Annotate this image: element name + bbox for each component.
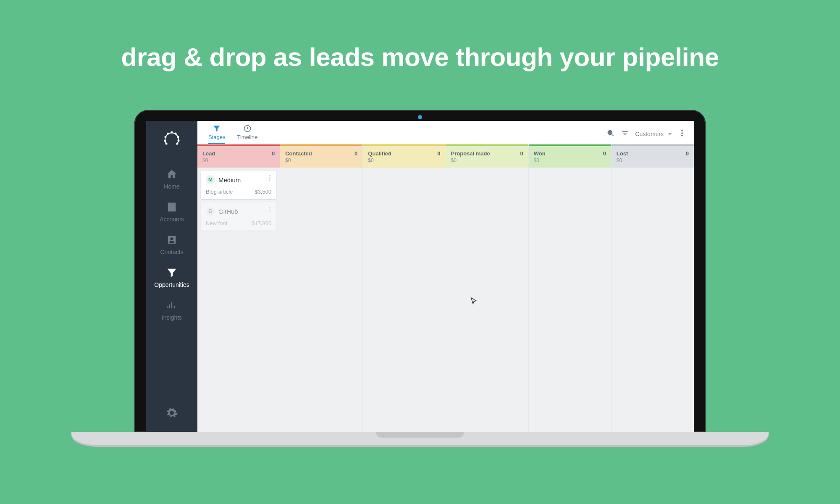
contact-icon — [165, 234, 178, 246]
column-title: Contacted — [285, 150, 312, 157]
column-count: 0 — [520, 150, 523, 157]
card-amount: $3,500 — [255, 189, 271, 195]
clock-icon — [243, 124, 252, 133]
card-amount: $17,800 — [252, 220, 271, 226]
column-body[interactable] — [363, 168, 445, 432]
opportunity-card[interactable]: GGitHubNew font$17,800 — [201, 202, 276, 231]
funnel-icon — [213, 124, 221, 133]
card-company: Medium — [218, 176, 241, 184]
sidebar-item-contacts[interactable]: Contacts — [146, 228, 197, 260]
column-body[interactable] — [446, 168, 528, 432]
pipeline-column[interactable]: Lost0$0 — [612, 144, 694, 432]
tab-stages[interactable]: Stages — [208, 124, 225, 144]
home-icon — [165, 168, 178, 181]
topbar: Stages Timeline — [197, 121, 694, 144]
pipeline-selected-label: Customers — [635, 131, 664, 137]
column-header: Qualified0$0 — [363, 146, 445, 168]
column-amount: $0 — [285, 158, 357, 163]
card-menu-button[interactable] — [266, 207, 273, 212]
pipeline-selector[interactable]: Customers — [635, 131, 672, 137]
column-title: Qualified — [368, 150, 391, 157]
svg-point-1 — [175, 133, 176, 134]
column-body[interactable] — [529, 168, 611, 432]
funnel-icon — [165, 266, 178, 279]
column-header: Won0$0 — [529, 146, 611, 168]
sidebar-item-label: Insights — [162, 314, 182, 321]
column-body[interactable] — [612, 168, 694, 432]
svg-point-7 — [165, 140, 166, 142]
settings-button[interactable] — [165, 407, 178, 421]
card-description: Blog article — [206, 189, 233, 195]
column-header: Proposal made0$0 — [446, 146, 528, 168]
column-count: 0 — [603, 150, 606, 157]
sidebar-item-label: Accounts — [160, 216, 184, 223]
svg-point-11 — [682, 130, 683, 131]
sidebar-item-accounts[interactable]: Accounts — [146, 195, 197, 228]
sidebar-item-opportunities[interactable]: Opportunities — [146, 260, 197, 293]
column-title: Won — [534, 150, 546, 157]
marketing-headline: drag & drop as leads move through your p… — [0, 0, 840, 72]
company-logo-icon: M — [206, 175, 215, 184]
column-amount: $0 — [202, 158, 275, 163]
column-count: 0 — [272, 150, 275, 157]
svg-point-10 — [608, 130, 612, 134]
sidebar-item-label: Contacts — [160, 249, 183, 255]
column-title: Lost — [617, 150, 628, 157]
card-menu-button[interactable] — [266, 175, 273, 181]
column-amount: $0 — [534, 158, 606, 163]
svg-point-5 — [168, 133, 169, 134]
column-header: Lost0$0 — [612, 146, 694, 168]
svg-point-2 — [178, 136, 179, 138]
column-count: 0 — [686, 150, 689, 157]
pipeline-column[interactable]: Proposal made0$0 — [446, 144, 529, 432]
more-menu-button[interactable] — [678, 129, 686, 139]
tab-timeline[interactable]: Timeline — [237, 124, 257, 144]
column-body[interactable] — [280, 168, 362, 432]
svg-point-3 — [178, 140, 179, 142]
sidebar: Home Accounts Contacts — [146, 121, 197, 432]
column-header: Contacted0$0 — [280, 146, 362, 168]
filter-button[interactable] — [621, 129, 629, 139]
main-content: Stages Timeline — [197, 121, 694, 432]
pipeline-column[interactable]: Won0$0 — [529, 144, 612, 432]
webcam-dot — [418, 115, 422, 119]
laptop-mockup: Home Accounts Contacts — [134, 110, 706, 445]
svg-point-8 — [166, 143, 167, 144]
opportunity-card[interactable]: MMediumBlog article$3,500 — [201, 171, 276, 199]
sidebar-item-label: Opportunities — [154, 281, 189, 288]
sidebar-item-insights[interactable]: Insights — [146, 293, 197, 326]
column-title: Proposal made — [451, 150, 490, 157]
app-logo-icon — [161, 129, 182, 150]
sidebar-item-home[interactable]: Home — [146, 162, 197, 195]
column-count: 0 — [354, 150, 357, 157]
kebab-icon — [678, 129, 686, 139]
company-logo-icon: G — [206, 207, 215, 216]
column-body[interactable]: MMediumBlog article$3,500GGitHubNew font… — [197, 168, 280, 432]
svg-point-12 — [682, 133, 683, 134]
svg-point-6 — [165, 136, 166, 138]
filter-lines-icon — [621, 129, 629, 139]
pipeline-column[interactable]: Qualified0$0 — [363, 144, 446, 432]
card-company: GitHub — [218, 208, 238, 215]
column-amount: $0 — [451, 158, 523, 163]
svg-point-13 — [682, 135, 683, 136]
chevron-down-icon — [668, 133, 672, 135]
insights-icon — [165, 299, 178, 312]
column-header: Lead0$0 — [197, 146, 280, 168]
column-count: 0 — [437, 150, 440, 157]
building-icon — [165, 201, 178, 213]
gear-icon — [165, 413, 178, 420]
tab-label: Stages — [208, 134, 225, 140]
search-icon — [606, 129, 615, 139]
column-title: Lead — [202, 150, 215, 157]
card-description: New font — [206, 220, 227, 226]
view-tabs: Stages Timeline — [205, 124, 257, 144]
search-button[interactable] — [606, 129, 615, 139]
pipeline-column[interactable]: Lead0$0MMediumBlog article$3,500GGitHubN… — [197, 144, 280, 432]
column-amount: $0 — [368, 158, 440, 163]
column-amount: $0 — [617, 158, 689, 163]
svg-point-4 — [177, 143, 178, 144]
sidebar-item-label: Home — [164, 183, 179, 190]
pipeline-board: Lead0$0MMediumBlog article$3,500GGitHubN… — [197, 144, 694, 432]
pipeline-column[interactable]: Contacted0$0 — [280, 144, 363, 432]
